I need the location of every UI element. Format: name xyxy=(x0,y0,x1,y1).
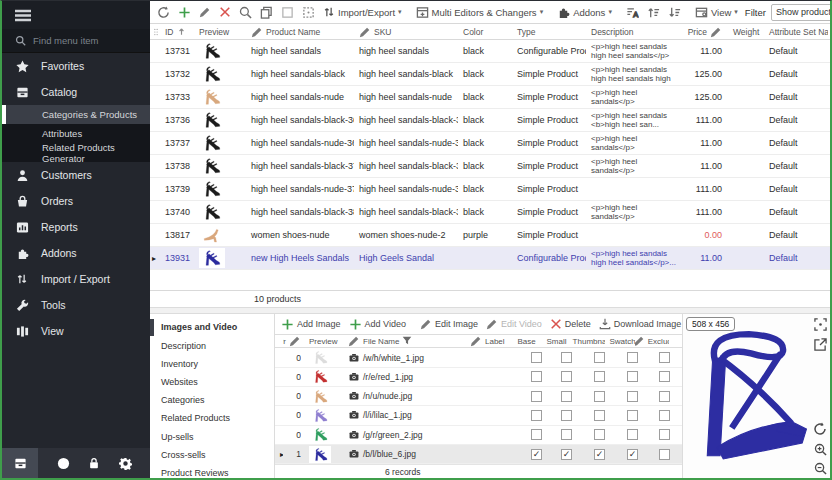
column-header-thumbna[interactable]: Thumbna xyxy=(569,337,605,346)
column-header-swatch[interactable]: Swatch xyxy=(605,337,635,346)
column-header-preview[interactable]: Preview xyxy=(194,27,246,37)
column-header-product-name[interactable]: Product Name xyxy=(246,26,354,38)
small-checkbox[interactable] xyxy=(561,371,572,382)
thumbnail-checkbox[interactable] xyxy=(594,391,605,402)
base-checkbox[interactable] xyxy=(531,371,542,382)
tab-inventory[interactable]: Inventory xyxy=(150,355,274,373)
column-header-price[interactable]: Price xyxy=(682,26,728,38)
column-header-sku[interactable]: SKU xyxy=(354,26,458,38)
image-row-white_1.jpg[interactable]: 0/w/h/white_1.jpg xyxy=(275,348,682,367)
small-checkbox[interactable] xyxy=(561,429,572,440)
exclude-checkbox[interactable] xyxy=(659,410,670,421)
sort-az-button[interactable]: A xyxy=(623,4,642,21)
base-checkbox[interactable] xyxy=(531,391,542,402)
swatch-checkbox[interactable] xyxy=(627,391,638,402)
product-row-13733[interactable]: 13733high heel sandals-nudehigh heel san… xyxy=(150,86,830,109)
exclude-checkbox[interactable] xyxy=(659,429,670,440)
addons-button[interactable]: Addons▾ xyxy=(554,4,615,21)
sidebar-item-reports[interactable]: Reports xyxy=(2,214,150,240)
tab-images-and-video[interactable]: Images and Video xyxy=(150,318,274,336)
import-export-button[interactable]: Import/Export▾ xyxy=(320,4,405,20)
sidebar-item-categories-products[interactable]: Categories & Products xyxy=(2,105,150,124)
view-button[interactable]: View▾ xyxy=(692,4,741,21)
multi-editors-changers-button[interactable]: Multi Editors & Changers▾ xyxy=(413,4,547,21)
menu-search[interactable] xyxy=(2,29,150,53)
tab-related-products[interactable]: Related Products xyxy=(150,409,274,427)
base-checkbox[interactable] xyxy=(531,410,542,421)
column-header-type[interactable]: Type xyxy=(512,27,586,37)
zoom-in-icon[interactable] xyxy=(814,443,827,456)
sidebar-item-import-export[interactable]: Import / Export xyxy=(2,266,150,292)
sidebar-item-addons[interactable]: Addons xyxy=(2,240,150,266)
small-checkbox[interactable] xyxy=(561,410,572,421)
edit-video-button[interactable]: Edit Video xyxy=(483,316,545,332)
rotate-icon[interactable] xyxy=(813,422,827,436)
add-button[interactable] xyxy=(175,4,194,21)
sidebar-item-orders[interactable]: Orders xyxy=(2,188,150,214)
thumbnail-checkbox[interactable]: ✓ xyxy=(594,449,605,460)
base-checkbox[interactable] xyxy=(531,352,542,363)
tab-description[interactable]: Description xyxy=(150,337,274,355)
swatch-checkbox[interactable] xyxy=(627,352,638,363)
sidebar-footer-help-icon[interactable]: ? xyxy=(57,448,70,478)
hamburger-menu[interactable] xyxy=(2,1,150,29)
product-row-13738[interactable]: 13738high heel sandals-black-37high heel… xyxy=(150,155,830,178)
column-header-description[interactable]: Description xyxy=(586,27,682,37)
zoom-out-icon[interactable] xyxy=(814,462,827,475)
small-checkbox[interactable] xyxy=(561,391,572,402)
search-button[interactable] xyxy=(236,4,255,21)
filter-select[interactable]: Show products from selected categories▾ xyxy=(771,4,830,21)
column-header-base[interactable]: Base xyxy=(509,337,539,346)
sidebar-item-favorites[interactable]: Favorites xyxy=(2,53,150,79)
sidebar-footer-gear-icon[interactable] xyxy=(119,448,132,478)
download-image-button[interactable]: Download Image xyxy=(596,316,682,332)
column-header-attribute-set-name[interactable]: Attribute Set Name xyxy=(764,27,828,37)
exclude-checkbox[interactable] xyxy=(659,391,670,402)
sidebar-item-related-products-generator[interactable]: Related Products Generator xyxy=(2,143,150,162)
tab-categories[interactable]: Categories xyxy=(150,391,274,409)
column-header-color[interactable]: Color xyxy=(458,27,512,37)
product-row-13732[interactable]: 13732high heel sandals-blackhigh heel sa… xyxy=(150,63,830,86)
product-row-13736[interactable]: 13736high heel sandals-black-36high heel… xyxy=(150,109,830,132)
exclude-checkbox[interactable] xyxy=(659,449,670,460)
image-row-green_2.jpg[interactable]: 0/g/r/green_2.jpg xyxy=(275,426,682,445)
sidebar-item-tools[interactable]: Tools xyxy=(2,292,150,318)
small-checkbox[interactable]: ✓ xyxy=(561,449,572,460)
thumbnail-checkbox[interactable] xyxy=(594,371,605,382)
sidebar-item-attributes[interactable]: Attributes xyxy=(2,124,150,143)
sidebar-footer-lock-icon[interactable] xyxy=(88,448,100,478)
sort-down-button[interactable] xyxy=(665,4,684,21)
fullscreen-icon[interactable] xyxy=(814,318,827,331)
tab-product-reviews[interactable]: Product Reviews xyxy=(150,464,274,480)
column-header-file-name[interactable]: File Name xyxy=(343,335,465,347)
open-external-icon[interactable] xyxy=(814,338,827,351)
exclude-checkbox[interactable] xyxy=(659,352,670,363)
add-image-button[interactable]: Add Image xyxy=(278,316,344,333)
thumbnail-checkbox[interactable] xyxy=(594,352,605,363)
tab-up-sells[interactable]: Up-sells xyxy=(150,427,274,445)
sidebar-item-catalog[interactable]: Catalog xyxy=(2,79,150,105)
sort-up-button[interactable] xyxy=(644,4,663,21)
sidebar-item-view[interactable]: View xyxy=(2,318,150,344)
column-header-small[interactable]: Small xyxy=(539,337,569,346)
paste-button[interactable] xyxy=(299,4,318,21)
swatch-checkbox[interactable] xyxy=(627,371,638,382)
product-row-13931[interactable]: ▸13931new High Heels SandalsHigh Geels S… xyxy=(150,247,830,270)
tab-cross-sells[interactable]: Cross-sells xyxy=(150,446,274,464)
sidebar-item-customers[interactable]: Customers xyxy=(2,162,150,188)
column-header-label[interactable]: Label xyxy=(465,335,509,347)
base-checkbox[interactable] xyxy=(531,429,542,440)
edit-image-button[interactable]: Edit Image xyxy=(417,316,481,332)
image-row-lilac_1.jpg[interactable]: 0/l/i/lilac_1.jpg xyxy=(275,406,682,425)
delete-button[interactable]: Delete xyxy=(547,316,594,332)
horizontal-splitter[interactable] xyxy=(150,307,830,314)
column-header-exclude[interactable]: Exclude xyxy=(635,335,669,347)
image-row-blue_6.jpg[interactable]: ▸1/b/l/blue_6.jpg✓✓✓✓ xyxy=(275,445,682,464)
delete-button[interactable] xyxy=(216,4,234,20)
base-checkbox[interactable]: ✓ xyxy=(531,449,542,460)
product-row-13739[interactable]: 13739high heel sandals-nude-37high heel … xyxy=(150,178,830,201)
add-video-button[interactable]: Add Video xyxy=(346,316,409,333)
image-row-red_1.jpg[interactable]: 0/r/e/red_1.jpg xyxy=(275,368,682,387)
swatch-checkbox[interactable]: ✓ xyxy=(627,449,638,460)
column-header-weight[interactable]: Weight xyxy=(728,27,764,37)
